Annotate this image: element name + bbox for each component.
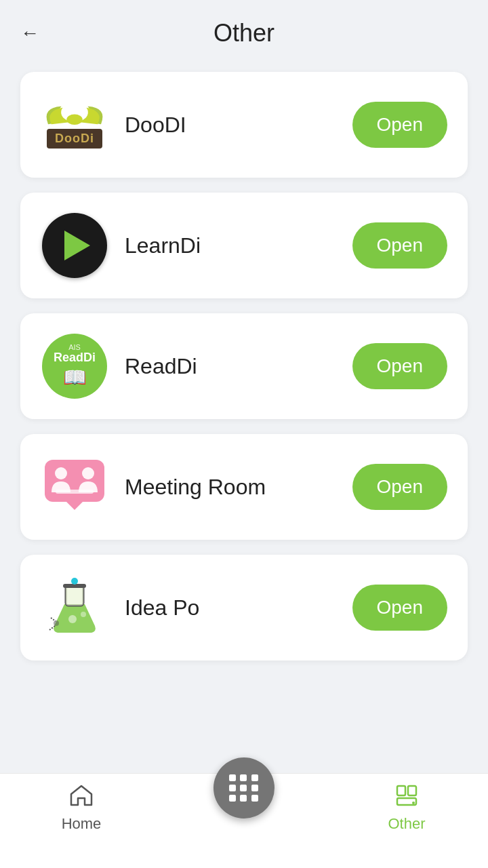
svg-point-10 xyxy=(81,612,86,617)
app-name-learndi: LearnDi xyxy=(125,233,336,258)
open-button-idea[interactable]: Open xyxy=(352,585,448,631)
list-item: Idea Po Open xyxy=(20,555,468,660)
readdi-name-text: ReadDi xyxy=(54,351,96,363)
svg-point-0 xyxy=(66,115,82,125)
other-icon xyxy=(394,783,419,811)
svg-rect-16 xyxy=(408,786,416,795)
app-list: DooDi DooDI Open LearnDi Open AIS ReadDi… xyxy=(0,61,488,773)
page-title: Other xyxy=(214,19,274,47)
nav-home[interactable]: Home xyxy=(0,783,163,833)
readdi-icon: AIS ReadDi 📖 xyxy=(41,332,108,400)
open-button-meeting[interactable]: Open xyxy=(352,464,448,510)
list-item: Meeting Room Open xyxy=(20,434,468,540)
doodi-text: DooDi xyxy=(47,129,102,149)
svg-marker-2 xyxy=(66,502,83,510)
app-name-meeting: Meeting Room xyxy=(125,475,336,500)
fab-menu-button[interactable] xyxy=(214,757,274,818)
doodi-icon: DooDi xyxy=(41,91,108,159)
fab-container xyxy=(214,757,274,818)
readdi-ais-text: AIS xyxy=(68,344,81,351)
open-button-readdi[interactable]: Open xyxy=(352,343,448,389)
play-triangle-icon xyxy=(64,231,90,260)
svg-point-9 xyxy=(68,615,77,623)
learndi-circle xyxy=(42,213,107,278)
bottom-navigation: Home xyxy=(0,773,488,868)
other-label: Other xyxy=(388,815,425,833)
doodi-wings-svg xyxy=(41,101,108,127)
svg-point-18 xyxy=(412,802,415,804)
svg-point-11 xyxy=(71,578,78,585)
meeting-room-svg xyxy=(42,454,107,519)
list-item: AIS ReadDi 📖 ReadDi Open xyxy=(20,313,468,419)
svg-line-14 xyxy=(51,618,56,621)
app-name-idea: Idea Po xyxy=(125,595,336,620)
app-name-readdi: ReadDi xyxy=(125,354,336,379)
home-label: Home xyxy=(62,815,102,833)
idea-icon xyxy=(41,574,108,642)
readdi-circle: AIS ReadDi 📖 xyxy=(42,334,107,399)
svg-rect-15 xyxy=(397,786,405,795)
svg-rect-1 xyxy=(45,460,104,502)
open-button-doodi[interactable]: Open xyxy=(352,102,448,148)
idea-flask-svg xyxy=(44,577,105,638)
list-item: LearnDi Open xyxy=(20,193,468,298)
header: ← Other xyxy=(0,0,488,61)
svg-point-4 xyxy=(82,467,94,479)
svg-point-12 xyxy=(54,620,59,626)
nav-other[interactable]: Other xyxy=(325,783,488,833)
svg-rect-7 xyxy=(66,585,83,606)
svg-rect-5 xyxy=(56,490,94,494)
list-item: DooDi DooDI Open xyxy=(20,72,468,178)
svg-point-3 xyxy=(55,467,67,479)
home-icon xyxy=(69,783,94,811)
grid-icon xyxy=(229,774,259,802)
learndi-icon xyxy=(41,212,108,279)
meeting-icon xyxy=(41,453,108,521)
book-icon: 📖 xyxy=(63,366,87,389)
app-name-doodi: DooDI xyxy=(125,113,336,138)
open-button-learndi[interactable]: Open xyxy=(352,222,448,269)
back-button[interactable]: ← xyxy=(20,24,39,43)
